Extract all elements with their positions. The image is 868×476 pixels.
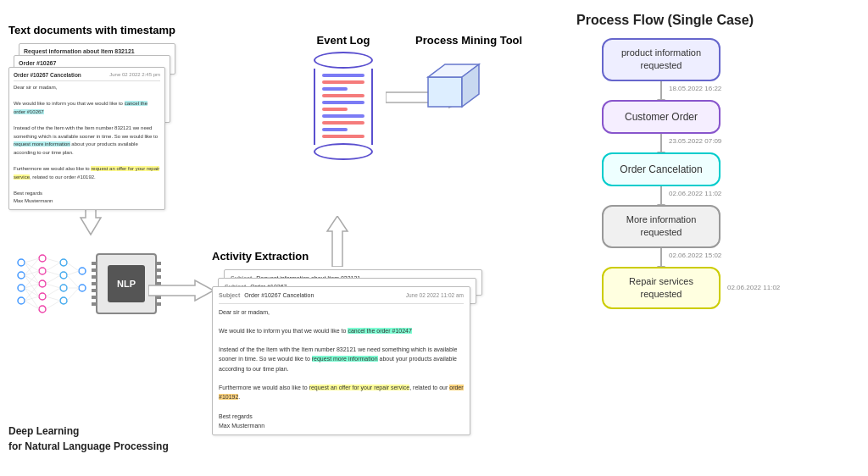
pf-connector-2 (660, 134, 662, 152)
pf-connector-3 (660, 186, 662, 205)
pf-timestamp-4: 02.06.2022 15:02 (669, 252, 721, 259)
svg-point-4 (18, 285, 25, 291)
svg-point-7 (39, 268, 46, 274)
svg-line-38 (46, 301, 60, 309)
process-flow-title: Process Flow (Single Case) (576, 13, 856, 28)
svg-point-9 (39, 293, 46, 300)
pf-node-row-5: Repair servicesrequested 02.06.2022 11:0… (602, 267, 780, 292)
cylinder-body (314, 69, 373, 145)
pf-node-row-3: Order Cancelation (602, 152, 721, 186)
nlp-area: NLP (13, 250, 157, 318)
pf-timestamp-3: 02.06.2022 11:02 (669, 190, 721, 197)
text-docs-label: Text documents with timestamp (8, 24, 178, 36)
svg-point-6 (39, 255, 46, 262)
pf-node-row-2: Customer Order (602, 100, 721, 134)
text-docs-section: Text documents with timestamp Request in… (8, 24, 178, 179)
svg-line-21 (25, 271, 39, 275)
event-log-label: Event Log (314, 34, 373, 47)
svg-line-41 (67, 275, 79, 288)
pf-node-1: product informationrequested (602, 38, 721, 81)
pf-timestamp-5: 02.06.2022 11:02 (727, 284, 780, 291)
svg-point-14 (60, 297, 67, 304)
svg-line-29 (25, 296, 39, 301)
svg-line-31 (46, 258, 60, 263)
doc-card-3: Order #10267 Cancelation June 02 2022 2:… (8, 67, 165, 210)
arrow-right-svg-1 (148, 278, 216, 303)
process-mining-section: Process Mining Tool (415, 34, 522, 122)
nlp-label: NLP (108, 265, 145, 302)
deep-learning-label: Deep Learningfor Natural Language Proces… (8, 423, 169, 454)
activity-label: Activity Extraction (212, 250, 483, 263)
document-stack: Request information about Item 832121 Or… (8, 43, 178, 179)
svg-line-35 (46, 284, 60, 288)
svg-point-11 (60, 259, 67, 266)
neural-network-svg (13, 250, 89, 318)
process-flow-nodes: product informationrequested 18.05.2022 … (576, 38, 856, 291)
pf-node-3: Order Cancelation (602, 152, 721, 186)
pf-node-2: Customer Order (602, 100, 721, 134)
email-card-main: Subject Order #10267 Cancelation June 02… (212, 286, 470, 435)
process-mining-label: Process Mining Tool (415, 34, 522, 47)
svg-line-32 (46, 263, 60, 271)
svg-point-2 (18, 259, 25, 266)
pf-node-row-1: product informationrequested (602, 38, 721, 81)
svg-line-17 (25, 258, 39, 263)
svg-point-3 (18, 272, 25, 279)
svg-marker-47 (428, 77, 462, 107)
svg-point-13 (60, 285, 67, 291)
email-stack: Subject Request information about Item 8… (212, 269, 483, 439)
event-log-cylinder (314, 52, 373, 160)
svg-line-25 (25, 284, 39, 288)
pf-node-4: More informationrequested (602, 205, 721, 248)
svg-point-8 (39, 280, 46, 287)
svg-point-15 (79, 268, 86, 274)
pf-node-row-4: More informationrequested (602, 205, 721, 248)
svg-line-34 (46, 275, 60, 284)
svg-point-5 (18, 297, 25, 304)
process-mining-cube (415, 52, 483, 119)
svg-line-43 (67, 288, 79, 301)
cylinder-bottom (314, 143, 373, 160)
activity-section: Activity Extraction Subject Request info… (212, 250, 483, 439)
pf-timestamp-1: 18.05.2022 16:22 (669, 85, 721, 92)
svg-point-16 (79, 285, 86, 291)
svg-line-20 (25, 258, 39, 275)
pf-connector-4 (660, 248, 662, 267)
cylinder-top (314, 52, 373, 69)
process-flow-section: Process Flow (Single Case) product infor… (576, 13, 856, 291)
pf-timestamp-2: 23.05.2022 07:09 (669, 137, 721, 145)
arrow-nlp-to-activity (148, 278, 216, 306)
svg-point-12 (60, 272, 67, 279)
svg-line-36 (46, 288, 60, 296)
svg-line-40 (67, 271, 79, 275)
pf-connector-1 (660, 81, 662, 100)
svg-line-33 (46, 271, 60, 275)
svg-line-30 (25, 301, 39, 309)
svg-line-37 (46, 296, 60, 301)
svg-line-28 (25, 284, 39, 301)
svg-line-39 (67, 263, 79, 271)
svg-line-24 (25, 271, 39, 288)
svg-point-10 (39, 306, 46, 313)
pf-node-5: Repair servicesrequested (602, 267, 721, 310)
svg-marker-44 (148, 280, 214, 301)
event-log-section: Event Log (314, 34, 373, 160)
